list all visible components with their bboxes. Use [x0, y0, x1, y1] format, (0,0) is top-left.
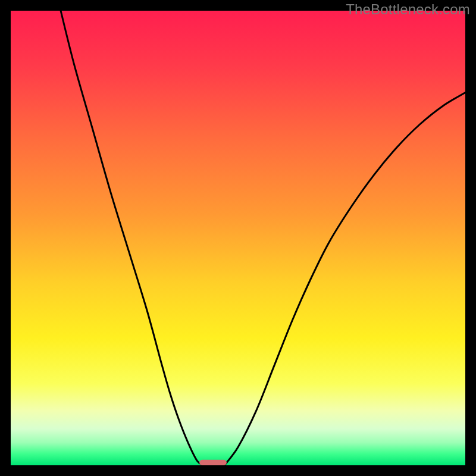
chart-frame: TheBottleneck.com [0, 0, 476, 476]
bottleneck-chart [11, 11, 465, 465]
attribution-watermark: TheBottleneck.com [346, 1, 470, 18]
plot-area [11, 11, 465, 465]
optimal-marker [199, 460, 227, 465]
